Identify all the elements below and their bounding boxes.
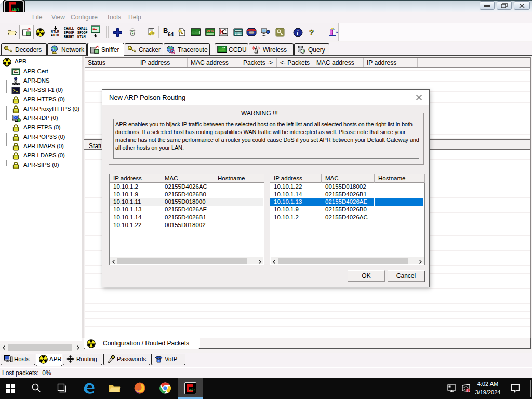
svg-text:NTLM: NTLM bbox=[77, 35, 86, 38]
svg-text:NTLM: NTLM bbox=[51, 30, 59, 34]
svg-text:ain: ain bbox=[189, 387, 195, 392]
svg-text:SPOOF: SPOOF bbox=[77, 31, 88, 35]
svg-text:CHALL: CHALL bbox=[64, 27, 74, 31]
svg-text:CHALL: CHALL bbox=[77, 27, 88, 31]
svg-text:VPN: VPN bbox=[207, 29, 214, 33]
svg-text:ain: ain bbox=[12, 6, 19, 12]
svg-text:AUTH: AUTH bbox=[51, 34, 59, 37]
svg-text:?: ? bbox=[309, 28, 314, 36]
svg-text:B: B bbox=[163, 27, 168, 34]
svg-text:!: ! bbox=[467, 389, 468, 392]
svg-text:64: 64 bbox=[168, 32, 174, 37]
svg-text:RESET: RESET bbox=[64, 35, 74, 38]
svg-text:SPOOF: SPOOF bbox=[64, 31, 74, 35]
